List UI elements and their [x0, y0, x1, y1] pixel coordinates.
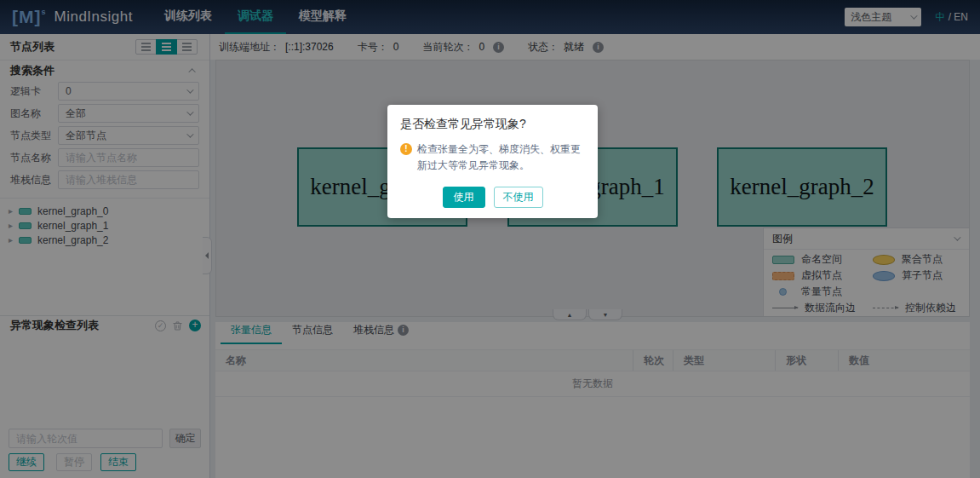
not-use-button[interactable]: 不使用: [494, 187, 543, 208]
use-button[interactable]: 使用: [443, 187, 485, 208]
modal-overlay: [0, 0, 980, 478]
warning-icon: !: [400, 143, 412, 155]
dialog-message: 检查张量全为零、梯度消失、权重更新过大等常见异常现象。: [417, 141, 585, 174]
check-anomaly-dialog: 是否检查常见异常现象? ! 检查张量全为零、梯度消失、权重更新过大等常见异常现象…: [387, 105, 598, 218]
dialog-buttons: 使用 不使用: [400, 187, 585, 208]
mindinsight-app: [M] s MindInsight 训练列表 调试器 模型解释 浅色主题 中 /…: [0, 0, 980, 478]
dialog-body: ! 检查张量全为零、梯度消失、权重更新过大等常见异常现象。: [400, 141, 585, 174]
dialog-title: 是否检查常见异常现象?: [400, 117, 585, 132]
